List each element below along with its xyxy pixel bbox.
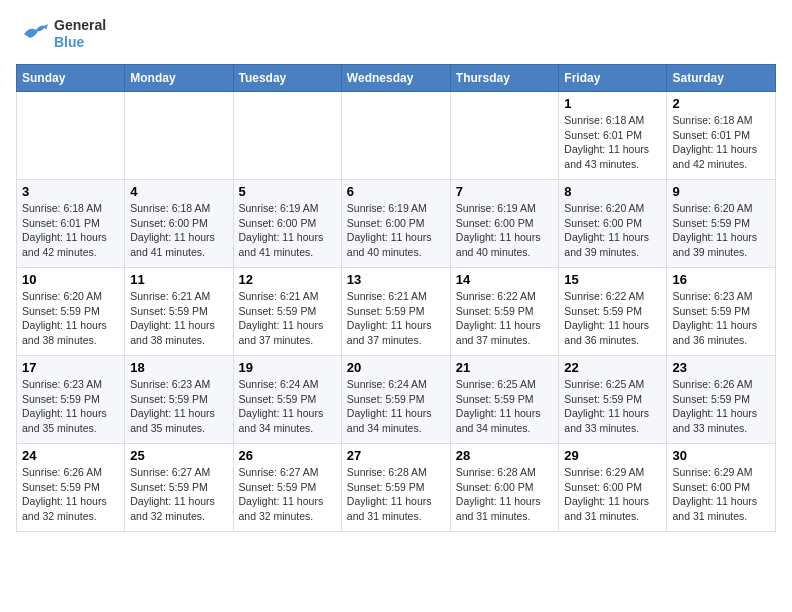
calendar-cell bbox=[17, 92, 125, 180]
day-number: 13 bbox=[347, 272, 445, 287]
calendar-cell: 30Sunrise: 6:29 AM Sunset: 6:00 PM Dayli… bbox=[667, 444, 776, 532]
day-number: 12 bbox=[239, 272, 336, 287]
calendar-cell: 18Sunrise: 6:23 AM Sunset: 5:59 PM Dayli… bbox=[125, 356, 233, 444]
cell-info: Sunrise: 6:19 AM Sunset: 6:00 PM Dayligh… bbox=[347, 201, 445, 260]
calendar-cell bbox=[233, 92, 341, 180]
cell-info: Sunrise: 6:29 AM Sunset: 6:00 PM Dayligh… bbox=[564, 465, 661, 524]
calendar-cell: 10Sunrise: 6:20 AM Sunset: 5:59 PM Dayli… bbox=[17, 268, 125, 356]
cell-info: Sunrise: 6:20 AM Sunset: 5:59 PM Dayligh… bbox=[22, 289, 119, 348]
day-number: 14 bbox=[456, 272, 554, 287]
day-number: 3 bbox=[22, 184, 119, 199]
cell-info: Sunrise: 6:24 AM Sunset: 5:59 PM Dayligh… bbox=[239, 377, 336, 436]
cell-info: Sunrise: 6:27 AM Sunset: 5:59 PM Dayligh… bbox=[239, 465, 336, 524]
day-number: 21 bbox=[456, 360, 554, 375]
calendar-cell: 27Sunrise: 6:28 AM Sunset: 5:59 PM Dayli… bbox=[341, 444, 450, 532]
calendar-body: 1Sunrise: 6:18 AM Sunset: 6:01 PM Daylig… bbox=[17, 92, 776, 532]
logo-text: General Blue bbox=[54, 17, 106, 51]
calendar-week-row: 24Sunrise: 6:26 AM Sunset: 5:59 PM Dayli… bbox=[17, 444, 776, 532]
calendar-cell: 17Sunrise: 6:23 AM Sunset: 5:59 PM Dayli… bbox=[17, 356, 125, 444]
calendar-cell: 21Sunrise: 6:25 AM Sunset: 5:59 PM Dayli… bbox=[450, 356, 559, 444]
day-number: 17 bbox=[22, 360, 119, 375]
calendar-cell: 16Sunrise: 6:23 AM Sunset: 5:59 PM Dayli… bbox=[667, 268, 776, 356]
logo: General Blue bbox=[16, 16, 106, 52]
cell-info: Sunrise: 6:23 AM Sunset: 5:59 PM Dayligh… bbox=[130, 377, 227, 436]
cell-info: Sunrise: 6:21 AM Sunset: 5:59 PM Dayligh… bbox=[239, 289, 336, 348]
day-number: 6 bbox=[347, 184, 445, 199]
calendar-cell: 7Sunrise: 6:19 AM Sunset: 6:00 PM Daylig… bbox=[450, 180, 559, 268]
day-number: 28 bbox=[456, 448, 554, 463]
calendar-cell: 29Sunrise: 6:29 AM Sunset: 6:00 PM Dayli… bbox=[559, 444, 667, 532]
calendar-cell: 24Sunrise: 6:26 AM Sunset: 5:59 PM Dayli… bbox=[17, 444, 125, 532]
day-number: 26 bbox=[239, 448, 336, 463]
cell-info: Sunrise: 6:22 AM Sunset: 5:59 PM Dayligh… bbox=[456, 289, 554, 348]
day-number: 5 bbox=[239, 184, 336, 199]
weekday-header: Wednesday bbox=[341, 65, 450, 92]
page-header: General Blue bbox=[16, 16, 776, 52]
day-number: 22 bbox=[564, 360, 661, 375]
day-number: 18 bbox=[130, 360, 227, 375]
cell-info: Sunrise: 6:25 AM Sunset: 5:59 PM Dayligh… bbox=[564, 377, 661, 436]
day-number: 2 bbox=[672, 96, 770, 111]
day-number: 16 bbox=[672, 272, 770, 287]
cell-info: Sunrise: 6:19 AM Sunset: 6:00 PM Dayligh… bbox=[456, 201, 554, 260]
calendar-cell: 22Sunrise: 6:25 AM Sunset: 5:59 PM Dayli… bbox=[559, 356, 667, 444]
calendar-cell: 23Sunrise: 6:26 AM Sunset: 5:59 PM Dayli… bbox=[667, 356, 776, 444]
calendar-table: SundayMondayTuesdayWednesdayThursdayFrid… bbox=[16, 64, 776, 532]
weekday-header: Monday bbox=[125, 65, 233, 92]
day-number: 11 bbox=[130, 272, 227, 287]
calendar-header-row: SundayMondayTuesdayWednesdayThursdayFrid… bbox=[17, 65, 776, 92]
cell-info: Sunrise: 6:28 AM Sunset: 6:00 PM Dayligh… bbox=[456, 465, 554, 524]
calendar-cell: 4Sunrise: 6:18 AM Sunset: 6:00 PM Daylig… bbox=[125, 180, 233, 268]
cell-info: Sunrise: 6:22 AM Sunset: 5:59 PM Dayligh… bbox=[564, 289, 661, 348]
day-number: 10 bbox=[22, 272, 119, 287]
calendar-week-row: 1Sunrise: 6:18 AM Sunset: 6:01 PM Daylig… bbox=[17, 92, 776, 180]
calendar-cell: 12Sunrise: 6:21 AM Sunset: 5:59 PM Dayli… bbox=[233, 268, 341, 356]
cell-info: Sunrise: 6:18 AM Sunset: 6:01 PM Dayligh… bbox=[672, 113, 770, 172]
calendar-cell: 11Sunrise: 6:21 AM Sunset: 5:59 PM Dayli… bbox=[125, 268, 233, 356]
day-number: 27 bbox=[347, 448, 445, 463]
cell-info: Sunrise: 6:20 AM Sunset: 6:00 PM Dayligh… bbox=[564, 201, 661, 260]
calendar-cell: 1Sunrise: 6:18 AM Sunset: 6:01 PM Daylig… bbox=[559, 92, 667, 180]
day-number: 15 bbox=[564, 272, 661, 287]
cell-info: Sunrise: 6:24 AM Sunset: 5:59 PM Dayligh… bbox=[347, 377, 445, 436]
cell-info: Sunrise: 6:19 AM Sunset: 6:00 PM Dayligh… bbox=[239, 201, 336, 260]
cell-info: Sunrise: 6:18 AM Sunset: 6:01 PM Dayligh… bbox=[564, 113, 661, 172]
day-number: 30 bbox=[672, 448, 770, 463]
calendar-cell: 28Sunrise: 6:28 AM Sunset: 6:00 PM Dayli… bbox=[450, 444, 559, 532]
calendar-cell: 15Sunrise: 6:22 AM Sunset: 5:59 PM Dayli… bbox=[559, 268, 667, 356]
day-number: 9 bbox=[672, 184, 770, 199]
day-number: 4 bbox=[130, 184, 227, 199]
day-number: 19 bbox=[239, 360, 336, 375]
weekday-header: Friday bbox=[559, 65, 667, 92]
cell-info: Sunrise: 6:26 AM Sunset: 5:59 PM Dayligh… bbox=[22, 465, 119, 524]
weekday-header: Tuesday bbox=[233, 65, 341, 92]
cell-info: Sunrise: 6:18 AM Sunset: 6:01 PM Dayligh… bbox=[22, 201, 119, 260]
calendar-cell: 13Sunrise: 6:21 AM Sunset: 5:59 PM Dayli… bbox=[341, 268, 450, 356]
logo-blue: Blue bbox=[54, 34, 106, 51]
day-number: 20 bbox=[347, 360, 445, 375]
day-number: 25 bbox=[130, 448, 227, 463]
cell-info: Sunrise: 6:21 AM Sunset: 5:59 PM Dayligh… bbox=[347, 289, 445, 348]
calendar-cell bbox=[341, 92, 450, 180]
calendar-week-row: 10Sunrise: 6:20 AM Sunset: 5:59 PM Dayli… bbox=[17, 268, 776, 356]
cell-info: Sunrise: 6:18 AM Sunset: 6:00 PM Dayligh… bbox=[130, 201, 227, 260]
calendar-week-row: 3Sunrise: 6:18 AM Sunset: 6:01 PM Daylig… bbox=[17, 180, 776, 268]
cell-info: Sunrise: 6:20 AM Sunset: 5:59 PM Dayligh… bbox=[672, 201, 770, 260]
cell-info: Sunrise: 6:26 AM Sunset: 5:59 PM Dayligh… bbox=[672, 377, 770, 436]
cell-info: Sunrise: 6:25 AM Sunset: 5:59 PM Dayligh… bbox=[456, 377, 554, 436]
day-number: 8 bbox=[564, 184, 661, 199]
weekday-header: Thursday bbox=[450, 65, 559, 92]
calendar-week-row: 17Sunrise: 6:23 AM Sunset: 5:59 PM Dayli… bbox=[17, 356, 776, 444]
calendar-cell: 3Sunrise: 6:18 AM Sunset: 6:01 PM Daylig… bbox=[17, 180, 125, 268]
calendar-cell: 5Sunrise: 6:19 AM Sunset: 6:00 PM Daylig… bbox=[233, 180, 341, 268]
cell-info: Sunrise: 6:27 AM Sunset: 5:59 PM Dayligh… bbox=[130, 465, 227, 524]
calendar-cell bbox=[450, 92, 559, 180]
calendar-cell: 2Sunrise: 6:18 AM Sunset: 6:01 PM Daylig… bbox=[667, 92, 776, 180]
calendar-cell: 20Sunrise: 6:24 AM Sunset: 5:59 PM Dayli… bbox=[341, 356, 450, 444]
weekday-header: Sunday bbox=[17, 65, 125, 92]
day-number: 1 bbox=[564, 96, 661, 111]
cell-info: Sunrise: 6:23 AM Sunset: 5:59 PM Dayligh… bbox=[672, 289, 770, 348]
cell-info: Sunrise: 6:28 AM Sunset: 5:59 PM Dayligh… bbox=[347, 465, 445, 524]
calendar-cell: 25Sunrise: 6:27 AM Sunset: 5:59 PM Dayli… bbox=[125, 444, 233, 532]
calendar-cell: 14Sunrise: 6:22 AM Sunset: 5:59 PM Dayli… bbox=[450, 268, 559, 356]
